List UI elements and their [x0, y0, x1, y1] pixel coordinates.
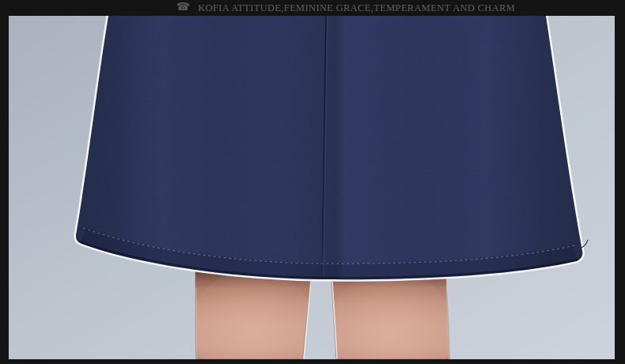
right-leg: [328, 271, 454, 359]
brand-banner: ☎ KOFIA ATTITUDE,FEMININE GRACE,TEMPERAM…: [0, 0, 625, 16]
telephone-icon: ☎: [176, 2, 190, 13]
brand-banner-content: ☎ KOFIA ATTITUDE,FEMININE GRACE,TEMPERAM…: [176, 2, 515, 14]
product-photo: [9, 16, 615, 359]
product-page-image: ☎ KOFIA ATTITUDE,FEMININE GRACE,TEMPERAM…: [0, 0, 625, 364]
brand-slogan-text: KOFIA ATTITUDE,FEMININE GRACE,TEMPERAMEN…: [198, 2, 515, 14]
left-leg: [191, 269, 314, 359]
skirt: [56, 16, 602, 289]
skirt-photo-illustration: [9, 16, 615, 359]
